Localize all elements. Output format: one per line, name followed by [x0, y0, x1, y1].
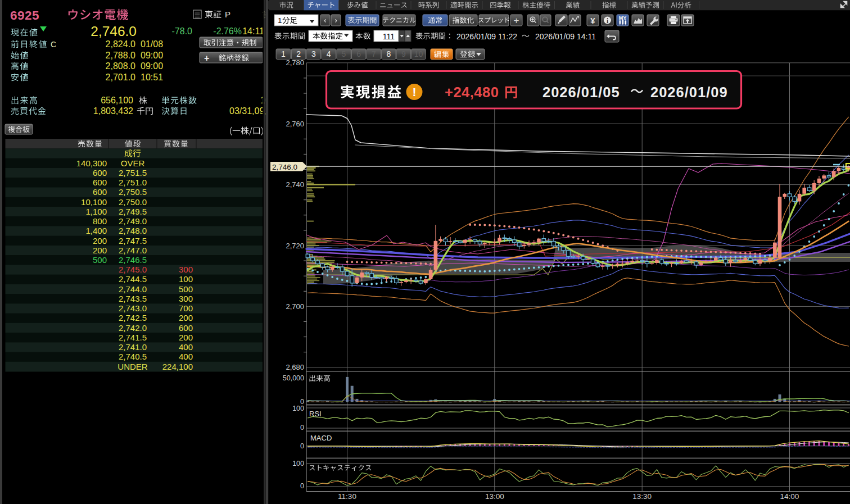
svg-text:224,100: 224,100 — [162, 362, 193, 371]
svg-text:2,751.5: 2,751.5 — [119, 168, 147, 178]
svg-text:0: 0 — [300, 482, 304, 490]
svg-text:1: 1 — [281, 49, 286, 58]
svg-text:6: 6 — [356, 49, 361, 58]
svg-text:2,748.0: 2,748.0 — [119, 226, 147, 235]
svg-text:800: 800 — [93, 216, 107, 226]
svg-text:¥: ¥ — [590, 16, 595, 25]
svg-text:600: 600 — [179, 323, 193, 333]
svg-text:500: 500 — [179, 284, 193, 294]
svg-text:13:30: 13:30 — [632, 492, 652, 501]
svg-text:5: 5 — [342, 49, 346, 58]
svg-text:2,749.5: 2,749.5 — [119, 207, 147, 216]
svg-text:300: 300 — [179, 294, 193, 303]
svg-text:2,746.0: 2,746.0 — [91, 24, 137, 39]
svg-text:2,700: 2,700 — [286, 302, 304, 311]
svg-text:9: 9 — [401, 49, 406, 58]
svg-text:2,750.0: 2,750.0 — [119, 197, 147, 207]
svg-text:2,701.0: 2,701.0 — [106, 72, 135, 82]
svg-text:300: 300 — [179, 265, 193, 274]
svg-text:2,741.0: 2,741.0 — [119, 342, 147, 352]
svg-text:4: 4 — [327, 49, 331, 58]
svg-text:2,745.0: 2,745.0 — [119, 265, 147, 274]
svg-text:100: 100 — [292, 405, 304, 412]
svg-text:14:11: 14:11 — [242, 26, 264, 36]
svg-text:2,742.5: 2,742.5 — [119, 313, 147, 323]
svg-text:3: 3 — [311, 49, 316, 58]
svg-text:656,100: 656,100 — [101, 96, 133, 105]
svg-text:2,720: 2,720 — [286, 242, 304, 250]
svg-text:0: 0 — [300, 424, 304, 432]
svg-text:13:00: 13:00 — [485, 492, 504, 501]
svg-text:100: 100 — [292, 460, 304, 467]
svg-text:600: 600 — [93, 187, 107, 197]
svg-text:10,100: 10,100 — [81, 197, 107, 207]
svg-text:200: 200 — [179, 313, 193, 323]
svg-text:6925: 6925 — [10, 8, 39, 22]
svg-text:RSI: RSI — [309, 410, 322, 418]
svg-text:1,803,432: 1,803,432 — [93, 106, 133, 116]
svg-text:UNDER: UNDER — [117, 362, 148, 371]
svg-text:200: 200 — [93, 236, 107, 246]
svg-text:2026/01/09 11:22: 2026/01/09 11:22 — [456, 32, 517, 41]
svg-text:2,740: 2,740 — [286, 180, 304, 189]
svg-text:!: ! — [413, 85, 417, 98]
svg-text:C: C — [51, 40, 56, 49]
svg-text:2,747.5: 2,747.5 — [119, 236, 147, 246]
svg-text:-2.76%: -2.76% — [213, 26, 242, 36]
svg-text:09:00: 09:00 — [141, 51, 163, 60]
svg-text:2,743.5: 2,743.5 — [119, 294, 147, 303]
svg-text:2,808.0: 2,808.0 — [106, 61, 135, 71]
svg-text:2,740.5: 2,740.5 — [119, 352, 147, 361]
svg-text:P: P — [225, 10, 230, 19]
svg-text:500: 500 — [93, 255, 107, 265]
svg-text:2,750.5: 2,750.5 — [119, 187, 147, 197]
svg-text:MACD: MACD — [310, 434, 332, 442]
svg-text:14:00: 14:00 — [780, 492, 799, 501]
svg-text:-78.0: -78.0 — [172, 26, 193, 36]
svg-text:11:30: 11:30 — [338, 492, 356, 501]
svg-text:2,742.0: 2,742.0 — [119, 323, 147, 333]
svg-text:1,100: 1,100 — [85, 207, 107, 216]
svg-text:1: 1 — [278, 16, 282, 25]
svg-text:2026/01/05: 2026/01/05 — [542, 84, 620, 100]
svg-text:+: + — [204, 53, 209, 63]
svg-text:2,780: 2,780 — [286, 58, 304, 67]
svg-text:+: + — [514, 15, 519, 26]
svg-text:2,749.0: 2,749.0 — [119, 216, 147, 226]
svg-text:0: 0 — [300, 442, 304, 450]
svg-text:140,300: 140,300 — [76, 158, 107, 168]
svg-text:2,744.5: 2,744.5 — [119, 274, 147, 284]
svg-text:2,741.5: 2,741.5 — [119, 333, 147, 342]
svg-text:100: 100 — [179, 274, 193, 284]
svg-text:01/08: 01/08 — [141, 39, 163, 49]
svg-text:2,680: 2,680 — [286, 363, 304, 371]
svg-text:1,400: 1,400 — [85, 226, 107, 235]
svg-text:8: 8 — [387, 49, 391, 58]
svg-text:400: 400 — [179, 342, 193, 352]
svg-text:2026/01/09 14:11: 2026/01/09 14:11 — [535, 32, 596, 41]
svg-text:03/31,09,: 03/31,09, — [229, 106, 267, 116]
svg-text:7: 7 — [372, 49, 376, 58]
svg-text:700: 700 — [179, 303, 193, 313]
svg-text:10:51: 10:51 — [141, 72, 163, 82]
svg-text:2: 2 — [296, 49, 301, 58]
svg-text:09:00: 09:00 — [141, 61, 163, 71]
svg-text:111: 111 — [383, 32, 395, 41]
svg-text:OVER: OVER — [121, 158, 145, 168]
svg-text:2,751.0: 2,751.0 — [119, 178, 147, 187]
svg-text:+24,480: +24,480 — [445, 84, 499, 100]
svg-text:50,000: 50,000 — [283, 374, 304, 382]
svg-text:2,760: 2,760 — [286, 120, 304, 128]
svg-text:10: 10 — [414, 49, 423, 58]
svg-text:2,746.5: 2,746.5 — [119, 255, 147, 265]
svg-text:600: 600 — [93, 178, 107, 187]
svg-text:200: 200 — [179, 333, 193, 342]
svg-text:2,743.0: 2,743.0 — [119, 303, 147, 313]
svg-text:400: 400 — [179, 352, 193, 361]
svg-text:200: 200 — [93, 246, 107, 255]
svg-text:2,788.0: 2,788.0 — [106, 51, 135, 60]
svg-text:2,824.0: 2,824.0 — [106, 39, 135, 49]
svg-text:2,747.0: 2,747.0 — [119, 246, 147, 255]
svg-text:2,744.0: 2,744.0 — [119, 284, 147, 294]
svg-text:2026/01/09: 2026/01/09 — [650, 84, 728, 100]
